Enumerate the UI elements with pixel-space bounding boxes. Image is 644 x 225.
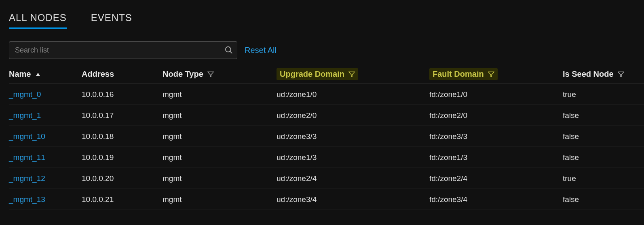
svg-line-1 <box>230 51 232 54</box>
cell-is-seed-node: false <box>563 195 644 204</box>
cell-upgrade-domain: ud:/zone3/4 <box>277 195 429 204</box>
cell-node-type: mgmt <box>163 90 277 99</box>
column-label: Name <box>9 69 31 79</box>
search-wrap <box>9 41 237 59</box>
tab-all-nodes[interactable]: ALL NODES <box>9 12 67 29</box>
tab-bar: ALL NODES EVENTS <box>0 0 644 29</box>
cell-is-seed-node: false <box>563 111 644 120</box>
table-row: _mgmt_1010.0.0.18mgmtud:/zone3/3fd:/zone… <box>9 126 644 147</box>
cell-upgrade-domain: ud:/zone1/0 <box>277 90 429 99</box>
cell-fault-domain: fd:/zone1/3 <box>429 153 563 162</box>
cell-fault-domain: fd:/zone2/4 <box>429 174 563 183</box>
cell-node-type: mgmt <box>163 195 277 204</box>
cell-name[interactable]: _mgmt_11 <box>9 153 82 162</box>
cell-is-seed-node: false <box>563 153 644 162</box>
cell-address: 10.0.0.17 <box>82 111 163 120</box>
column-label: Node Type <box>163 69 203 79</box>
filter-icon[interactable] <box>348 71 355 78</box>
cell-node-type: mgmt <box>163 132 277 141</box>
cell-is-seed-node: true <box>563 174 644 183</box>
svg-marker-6 <box>618 72 624 77</box>
column-header-fault-domain[interactable]: Fault Domain <box>429 68 498 80</box>
column-header-is-seed-node[interactable]: Is Seed Node <box>563 69 644 79</box>
cell-is-seed-node: true <box>563 90 644 99</box>
cell-fault-domain: fd:/zone3/3 <box>429 132 563 141</box>
column-label: Address <box>82 69 114 79</box>
search-icon[interactable] <box>224 46 233 55</box>
reset-all-link[interactable]: Reset All <box>245 46 277 55</box>
table-header-row: Name Address Node Type Upgrade Domain <box>9 65 644 84</box>
cell-address: 10.0.0.19 <box>82 153 163 162</box>
column-header-upgrade-domain-wrap: Upgrade Domain <box>277 68 429 80</box>
cell-address: 10.0.0.16 <box>82 90 163 99</box>
cell-name[interactable]: _mgmt_12 <box>9 174 82 183</box>
svg-point-0 <box>226 47 231 52</box>
column-header-node-type[interactable]: Node Type <box>163 69 277 79</box>
filter-icon[interactable] <box>207 71 214 78</box>
svg-marker-2 <box>36 73 40 76</box>
table-row: _mgmt_1210.0.0.20mgmtud:/zone2/4fd:/zone… <box>9 168 644 189</box>
cell-is-seed-node: false <box>563 132 644 141</box>
table-body: _mgmt_010.0.0.16mgmtud:/zone1/0fd:/zone1… <box>9 84 644 210</box>
cell-fault-domain: fd:/zone3/4 <box>429 195 563 204</box>
column-label: Fault Domain <box>433 69 484 79</box>
nodes-table: Name Address Node Type Upgrade Domain <box>0 65 644 210</box>
toolbar: Reset All <box>0 29 644 65</box>
filter-icon[interactable] <box>618 71 624 78</box>
sort-asc-icon <box>35 71 41 78</box>
cell-address: 10.0.0.18 <box>82 132 163 141</box>
search-input[interactable] <box>9 41 237 59</box>
cell-upgrade-domain: ud:/zone2/0 <box>277 111 429 120</box>
svg-marker-4 <box>349 72 355 77</box>
cell-upgrade-domain: ud:/zone3/3 <box>277 132 429 141</box>
svg-marker-5 <box>488 72 494 77</box>
cell-address: 10.0.0.21 <box>82 195 163 204</box>
cell-name[interactable]: _mgmt_10 <box>9 132 82 141</box>
cell-address: 10.0.0.20 <box>82 174 163 183</box>
table-row: _mgmt_110.0.0.17mgmtud:/zone2/0fd:/zone2… <box>9 105 644 126</box>
cell-upgrade-domain: ud:/zone2/4 <box>277 174 429 183</box>
cell-node-type: mgmt <box>163 111 277 120</box>
cell-upgrade-domain: ud:/zone1/3 <box>277 153 429 162</box>
cell-fault-domain: fd:/zone2/0 <box>429 111 563 120</box>
tab-events[interactable]: EVENTS <box>91 12 132 29</box>
column-header-fault-domain-wrap: Fault Domain <box>429 68 563 80</box>
cell-node-type: mgmt <box>163 174 277 183</box>
column-header-upgrade-domain[interactable]: Upgrade Domain <box>277 68 358 80</box>
column-header-name[interactable]: Name <box>9 69 82 79</box>
cell-fault-domain: fd:/zone1/0 <box>429 90 563 99</box>
cell-name[interactable]: _mgmt_1 <box>9 111 82 120</box>
cell-name[interactable]: _mgmt_13 <box>9 195 82 204</box>
cell-name[interactable]: _mgmt_0 <box>9 90 82 99</box>
table-row: _mgmt_1110.0.0.19mgmtud:/zone1/3fd:/zone… <box>9 147 644 168</box>
column-label: Upgrade Domain <box>280 69 344 79</box>
column-label: Is Seed Node <box>563 69 614 79</box>
svg-marker-3 <box>208 72 213 77</box>
column-header-address[interactable]: Address <box>82 69 163 79</box>
cell-node-type: mgmt <box>163 153 277 162</box>
table-row: _mgmt_010.0.0.16mgmtud:/zone1/0fd:/zone1… <box>9 84 644 105</box>
filter-icon[interactable] <box>488 71 494 78</box>
table-row: _mgmt_1310.0.0.21mgmtud:/zone3/4fd:/zone… <box>9 189 644 210</box>
